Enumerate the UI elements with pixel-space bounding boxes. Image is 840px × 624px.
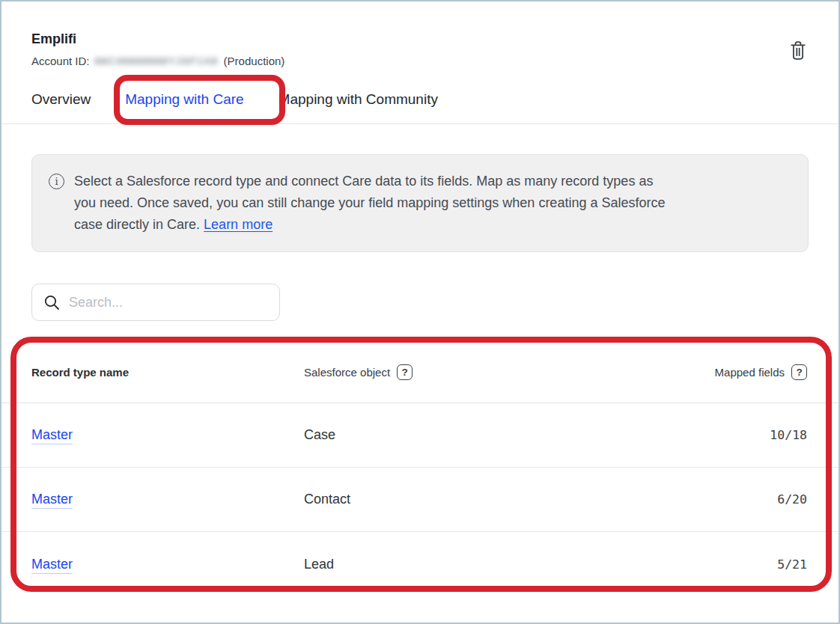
tab-bar: Overview Mapping with Care Mapping with … — [1, 91, 839, 124]
page-title: Emplifi — [31, 31, 807, 47]
account-id-label: Account ID: — [31, 55, 90, 68]
table-header-row: Record type name Salesforce object ? Map… — [1, 342, 839, 403]
tab-mapping-with-care[interactable]: Mapping with Care — [125, 91, 243, 108]
mapped-fields-count: 5/21 — [777, 557, 807, 572]
search-icon — [43, 294, 61, 311]
mapped-fields-count: 10/18 — [770, 428, 807, 442]
trash-icon — [789, 40, 807, 61]
question-mark-icon[interactable]: ? — [397, 364, 413, 380]
salesforce-object-cell: Lead — [304, 557, 334, 572]
info-circle-icon: i — [49, 174, 64, 189]
column-header-mapped-fields: Mapped fields — [715, 366, 785, 379]
column-header-record-type: Record type name — [31, 366, 304, 379]
search-input[interactable] — [69, 295, 268, 311]
record-type-link[interactable]: Master — [31, 492, 73, 509]
tab-mapping-with-community[interactable]: Mapping with Community — [279, 91, 438, 108]
record-type-table: Record type name Salesforce object ? Map… — [1, 342, 839, 596]
environment-label: (Production) — [224, 55, 285, 68]
account-id-redacted: 88C46888888YJSF1A8 — [95, 55, 219, 68]
header: Emplifi Account ID: 88C46888888YJSF1A8 (… — [1, 1, 839, 68]
learn-more-link[interactable]: Learn more — [204, 217, 273, 232]
delete-account-button[interactable] — [788, 39, 809, 62]
info-text-line: case directly in Care. — [74, 217, 200, 232]
tab-overview[interactable]: Overview — [31, 91, 91, 108]
info-banner: i Select a Salesforce record type and co… — [31, 154, 809, 252]
column-header-salesforce-object: Salesforce object — [304, 366, 390, 379]
table-row: Master Case 10/18 — [1, 403, 839, 468]
search-box — [31, 284, 280, 321]
table-row: Master Contact 6/20 — [1, 468, 839, 532]
account-id-line: Account ID: 88C46888888YJSF1A8 (Producti… — [31, 55, 807, 68]
salesforce-object-cell: Contact — [304, 492, 350, 507]
info-text-line: Select a Salesforce record type and conn… — [74, 171, 665, 192]
mapped-fields-count: 6/20 — [777, 492, 807, 507]
record-type-link[interactable]: Master — [31, 557, 73, 574]
salesforce-object-cell: Case — [304, 427, 335, 443]
info-text-line: you need. Once saved, you can still chan… — [74, 192, 665, 214]
record-type-link[interactable]: Master — [31, 427, 73, 444]
question-mark-icon[interactable]: ? — [791, 364, 807, 380]
info-banner-text: Select a Salesforce record type and conn… — [74, 171, 665, 236]
table-row: Master Lead 5/21 — [1, 532, 839, 596]
